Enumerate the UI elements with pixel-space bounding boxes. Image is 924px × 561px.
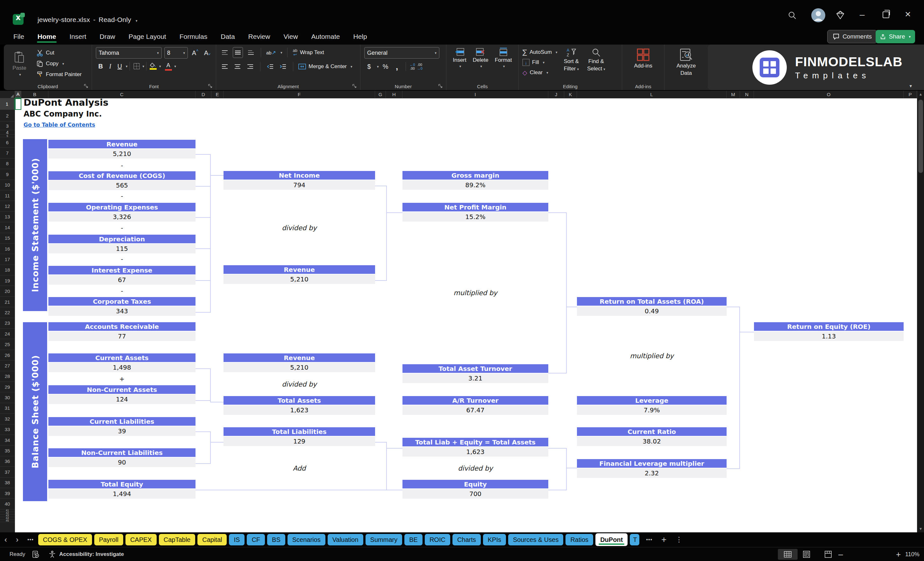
- zoom-out-button[interactable]: –: [838, 547, 843, 561]
- operator-minus-1: -: [121, 162, 123, 170]
- node-value: 39: [48, 426, 195, 436]
- sheet-tab-bs[interactable]: BS: [267, 534, 285, 545]
- next-sheet-button[interactable]: ›: [16, 533, 18, 546]
- sheet-tab-cogs-opex[interactable]: COGS & OPEX: [38, 534, 92, 545]
- connector-line: [195, 431, 211, 432]
- scroll-down-icon[interactable]: ▼: [917, 526, 924, 531]
- vertical-scrollbar[interactable]: ▲ ▼: [917, 91, 924, 532]
- operator-minus-5: -: [121, 287, 123, 295]
- node-current-assets[interactable]: Current Assets1,498: [48, 353, 195, 372]
- node-revenue-f1[interactable]: Revenue5,210: [224, 265, 375, 284]
- node-revenue-f2[interactable]: Revenue5,210: [224, 353, 375, 372]
- node-tle-total-assets[interactable]: Total Liab + Equity = Total Assets1,623: [402, 438, 548, 457]
- sheet-tab-charts[interactable]: Charts: [453, 534, 481, 545]
- sheet-menu-button[interactable]: ⋮: [675, 533, 682, 546]
- node-current-liabilities[interactable]: Current Liabilities39: [48, 417, 195, 436]
- connector-line: [195, 280, 211, 281]
- node-roa[interactable]: Return on Total Assets (ROA)0.49: [577, 297, 727, 316]
- connector-line: [210, 154, 211, 313]
- sheet-tab-scenarios[interactable]: Scenarios: [288, 534, 326, 545]
- normal-view-button[interactable]: [778, 549, 798, 560]
- node-interest-expense[interactable]: Interest Expense67: [48, 266, 195, 285]
- node-label: Revenue: [224, 265, 375, 274]
- sheet-tab-label: Charts: [457, 536, 476, 543]
- page-break-view-button[interactable]: [824, 547, 832, 561]
- scroll-up-icon[interactable]: ▲: [917, 92, 924, 96]
- node-total-equity[interactable]: Total Equity1,494: [48, 480, 195, 499]
- node-financial-leverage-multiplier[interactable]: Financial Leverage multiplier2.32: [577, 459, 727, 478]
- connector-line: [375, 186, 387, 186]
- node-depreciation[interactable]: Depreciation115: [48, 235, 195, 254]
- operator-minus-3: -: [121, 224, 123, 232]
- node-value: 5,210: [224, 363, 375, 372]
- sheet-tab-is[interactable]: IS: [229, 534, 244, 545]
- node-total-liabilities[interactable]: Total Liabilities129: [224, 427, 375, 446]
- vertical-scroll-thumb[interactable]: [918, 100, 923, 173]
- connector-line: [387, 212, 402, 213]
- node-gross-margin[interactable]: Gross margin89.2%: [402, 171, 548, 190]
- node-accounts-receivable[interactable]: Accounts Receivable77: [48, 322, 195, 341]
- macro-record-icon[interactable]: [32, 547, 39, 561]
- sheet-tab-capital[interactable]: Capital: [197, 534, 227, 545]
- node-equity[interactable]: Equity700: [402, 480, 548, 499]
- node-noncurrent-liabilities[interactable]: Non-Current Liabilities90: [48, 448, 195, 467]
- node-total-asset-turnover[interactable]: Total Asset Turnover3.21: [402, 364, 548, 383]
- all-sheets-button[interactable]: •••: [27, 533, 34, 546]
- node-value: 77: [48, 332, 195, 341]
- node-value: 3,326: [48, 212, 195, 222]
- sheet-tab-label: COGS & OPEX: [43, 536, 87, 543]
- node-corporate-taxes[interactable]: Corporate Taxes343: [48, 297, 195, 316]
- sheet-tab-t[interactable]: T: [630, 534, 639, 545]
- more-sheets-button[interactable]: •••: [646, 533, 652, 546]
- node-ar-turnover[interactable]: A/R Turnover67.47: [402, 396, 548, 415]
- node-label: Net Profit Margin: [402, 203, 548, 212]
- sheet-tab-captable[interactable]: CapTable: [159, 534, 195, 545]
- new-sheet-button[interactable]: +: [662, 533, 666, 546]
- connector-line: [727, 468, 740, 469]
- node-net-profit-margin[interactable]: Net Profit Margin15.2%: [402, 203, 548, 222]
- table-of-contents-link[interactable]: Go to Table of Contents: [24, 122, 95, 128]
- sheet-tab-payroll[interactable]: Payroll: [94, 534, 123, 545]
- sheet-tab-kpis[interactable]: KPIs: [483, 534, 506, 545]
- node-cogs[interactable]: Cost of Revenue (COGS)565: [48, 171, 195, 190]
- node-label: Current Ratio: [577, 427, 727, 436]
- sheet-tab-sources-uses[interactable]: Sources & Uses: [508, 534, 563, 545]
- zoom-level[interactable]: 110%: [905, 547, 920, 561]
- sheet-tab-capex[interactable]: CAPEX: [126, 534, 157, 545]
- node-value: 38.02: [577, 436, 727, 446]
- sheet-tab-valuation[interactable]: Valuation: [328, 534, 363, 545]
- node-value: 15.2%: [402, 212, 548, 222]
- node-value: 3.21: [402, 374, 548, 383]
- node-opex[interactable]: Operating Expenses3,326: [48, 203, 195, 222]
- node-roe[interactable]: Return on Equity (ROE)1.13: [754, 322, 904, 341]
- status-bar: Ready Accessibility: Investigate – + 110…: [0, 547, 924, 561]
- sheet-content: DuPont Analysis ABC Company Inc. Go to T…: [0, 0, 924, 561]
- node-noncurrent-assets[interactable]: Non-Current Assets124: [48, 385, 195, 404]
- node-current-ratio[interactable]: Current Ratio38.02: [577, 427, 727, 446]
- sheet-tab-label: DuPont: [600, 536, 623, 543]
- sheet-tab-ratios[interactable]: Ratios: [566, 534, 593, 545]
- zoom-in-button[interactable]: +: [896, 547, 901, 561]
- page-layout-view-button[interactable]: [802, 547, 811, 561]
- sheet-tab-be[interactable]: BE: [404, 534, 423, 545]
- sheet-tab-label: CF: [252, 536, 260, 543]
- sheet-tab-summary[interactable]: Summary: [366, 534, 402, 545]
- sheet-tab-cf[interactable]: CF: [247, 534, 265, 545]
- sheet-tab-dupont[interactable]: DuPont: [596, 533, 628, 546]
- node-label: Financial Leverage multiplier: [577, 459, 727, 468]
- operator-plus-1: +: [119, 375, 125, 383]
- excel-window: jewelry-store.xlsx-Read-Only – × FileHom…: [0, 0, 924, 561]
- accessibility-status[interactable]: Accessibility: Investigate: [48, 547, 124, 561]
- node-net-income[interactable]: Net Income794: [224, 171, 375, 190]
- connector-line: [195, 368, 211, 369]
- sheet-tab-roic[interactable]: ROIC: [425, 534, 450, 545]
- node-leverage[interactable]: Leverage7.9%: [577, 396, 727, 415]
- node-value: 5,210: [48, 149, 195, 159]
- prev-sheet-button[interactable]: ‹: [4, 533, 7, 546]
- node-label: Interest Expense: [48, 266, 195, 274]
- sheet-tab-bar: ‹ › ••• COGS & OPEXPayrollCAPEXCapTableC…: [0, 532, 924, 547]
- node-label: Corporate Taxes: [48, 297, 195, 306]
- sheet-tab-label: Ratios: [570, 536, 588, 543]
- node-revenue-is[interactable]: Revenue5,210: [48, 140, 195, 159]
- node-total-assets[interactable]: Total Assets1,623: [224, 396, 375, 415]
